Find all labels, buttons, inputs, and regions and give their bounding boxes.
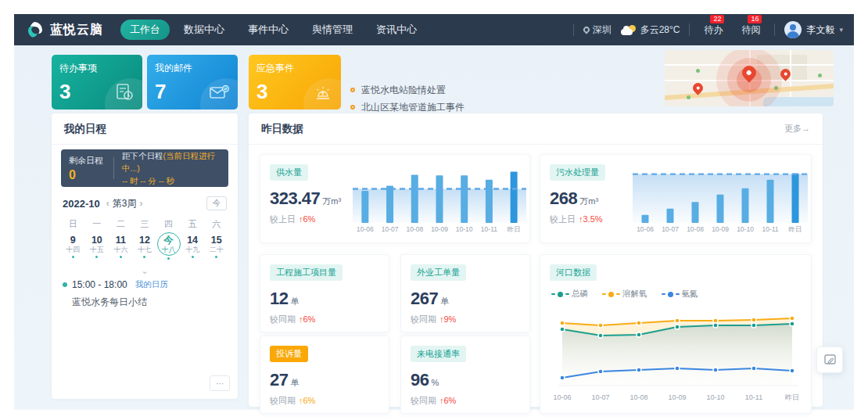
metric-badge: 工程施工项目量 bbox=[270, 264, 343, 281]
svg-text:10-07: 10-07 bbox=[662, 225, 679, 233]
calendar-day[interactable]: 9十四 bbox=[61, 232, 85, 260]
event-dot bbox=[192, 256, 194, 258]
change-value: ↑6% bbox=[299, 214, 315, 224]
calendar-day[interactable]: 15二十 bbox=[204, 232, 228, 260]
water-supply-bar-chart: 10-0610-0710-0810-0910-1010-11昨日 bbox=[353, 164, 526, 233]
emergency-summary-card[interactable]: 应急事件 3 bbox=[249, 55, 341, 109]
metric-unit: 单 bbox=[290, 296, 299, 306]
calendar-expand-icon[interactable]: ⌄ bbox=[52, 267, 238, 275]
top-navbar: 蓝悦云脑 工作台 数据中心 事件中心 舆情管理 资讯中心 深圳 多云28°C 2… bbox=[14, 14, 854, 45]
weekday-label: 一 bbox=[85, 218, 109, 230]
menu-item-data-center[interactable]: 数据中心 bbox=[174, 20, 234, 40]
svg-text:10-09: 10-09 bbox=[431, 225, 448, 233]
location-label: 深圳 bbox=[593, 23, 612, 37]
toread-nav-button[interactable]: 16 待阅 bbox=[737, 23, 765, 37]
event-dot bbox=[72, 256, 74, 258]
todo-nav-button[interactable]: 22 待办 bbox=[699, 23, 727, 37]
calendar-day[interactable]: 10十五 bbox=[85, 232, 109, 260]
weekday-label: 二 bbox=[109, 218, 133, 230]
today-button[interactable]: 今 bbox=[206, 196, 227, 210]
svg-text:10-07: 10-07 bbox=[591, 393, 609, 401]
event-title: 蓝悦水务每日小结 bbox=[72, 296, 168, 309]
legend-item[interactable]: 氨氮 bbox=[662, 289, 698, 300]
emergency-event-list: 蓝悦水电站险情处置 北山区某地管道施工事件 bbox=[350, 81, 464, 116]
card-title: 我的邮件 bbox=[155, 62, 230, 75]
legend-label: 溶解氧 bbox=[622, 289, 647, 300]
map-poi-dot bbox=[696, 69, 700, 73]
svg-text:10-11: 10-11 bbox=[762, 225, 778, 233]
metric-unit: % bbox=[431, 378, 439, 387]
divider bbox=[689, 23, 690, 36]
weekday-label: 四 bbox=[156, 218, 181, 230]
mini-map[interactable] bbox=[665, 50, 834, 106]
mail-summary-card[interactable]: 我的邮件 7 bbox=[147, 55, 238, 109]
construction-projects-card: 工程施工项目量 12单 较同期↑6% bbox=[260, 254, 389, 332]
legend-item[interactable]: 总磷 bbox=[551, 289, 588, 300]
field-work-orders-card: 外业工单量 267单 较同期↑9% bbox=[400, 254, 530, 332]
metric-value: 27 bbox=[270, 370, 288, 389]
svg-text:10-08: 10-08 bbox=[629, 393, 647, 401]
svg-text:昨日: 昨日 bbox=[785, 393, 799, 401]
calendar-day[interactable]: 14十九 bbox=[181, 232, 205, 260]
schedule-event[interactable]: 15:00 - 18:00 我的日历 蓝悦水务每日小结 bbox=[63, 279, 168, 309]
toread-count-badge: 16 bbox=[748, 15, 762, 23]
schedule-more-button[interactable]: ··· bbox=[210, 375, 230, 391]
schedule-panel-header: 我的日程 bbox=[52, 113, 238, 145]
user-menu[interactable]: 李文毅 ▾ bbox=[784, 21, 843, 38]
compare-label: 较同期 bbox=[411, 396, 436, 405]
event-dot bbox=[215, 256, 217, 258]
user-name: 李文毅 bbox=[806, 23, 834, 37]
metric-unit: 单 bbox=[290, 378, 299, 387]
compare-label: 较同期 bbox=[411, 314, 436, 324]
brand-logo-icon bbox=[25, 20, 44, 39]
menu-item-news-center[interactable]: 资讯中心 bbox=[367, 20, 426, 40]
document-edit-icon bbox=[823, 354, 837, 367]
metric-unit: 单 bbox=[440, 296, 449, 306]
calendar-day[interactable]: 11十六 bbox=[109, 232, 133, 260]
metric-badge: 供水量 bbox=[270, 164, 308, 181]
svg-text:10-10: 10-10 bbox=[456, 225, 473, 233]
svg-text:10-09: 10-09 bbox=[668, 393, 686, 401]
task-clock-icon bbox=[114, 82, 135, 102]
calendar-days-row: 9十四 10十五 11十六 12十七 今十八 14十九 15二十 bbox=[61, 232, 228, 260]
todo-label: 待办 bbox=[704, 24, 723, 35]
menu-item-workbench[interactable]: 工作台 bbox=[120, 20, 170, 40]
svg-text:10-10: 10-10 bbox=[737, 225, 754, 233]
emergency-event-item[interactable]: 蓝悦水电站险情处置 bbox=[350, 81, 464, 99]
calendar-day-today[interactable]: 今十八 bbox=[156, 232, 181, 260]
event-dot bbox=[95, 256, 98, 258]
estuary-data-card: 河口数据 总磷溶解氧氨氮 10-0610-0710-0810-0910-1010… bbox=[540, 254, 812, 414]
svg-text:10-06: 10-06 bbox=[357, 225, 374, 233]
sewage-bar-chart: 10-0610-0710-0810-0910-1010-11昨日 bbox=[633, 164, 808, 233]
divider bbox=[774, 23, 775, 36]
week-prev-icon[interactable]: ‹ bbox=[106, 198, 109, 209]
change-value: ↑6% bbox=[299, 396, 315, 405]
svg-text:10-06: 10-06 bbox=[553, 393, 571, 401]
week-next-icon[interactable]: › bbox=[139, 198, 142, 209]
menu-item-event-center[interactable]: 事件中心 bbox=[239, 20, 298, 40]
calendar-day[interactable]: 12十七 bbox=[133, 232, 157, 260]
legend-item[interactable]: 溶解氧 bbox=[602, 289, 647, 300]
event-dot bbox=[143, 256, 145, 258]
main-menu: 工作台 数据中心 事件中心 舆情管理 资讯中心 bbox=[120, 20, 426, 40]
event-text: 蓝悦水电站险情处置 bbox=[361, 84, 446, 97]
compare-label: 较同期 bbox=[270, 314, 296, 324]
weekday-label: 五 bbox=[181, 218, 205, 230]
more-link[interactable]: 更多→ bbox=[784, 123, 810, 135]
toread-label: 待阅 bbox=[741, 24, 760, 35]
weather-label: 多云28°C bbox=[640, 23, 680, 37]
todo-summary-card[interactable]: 待办事项 3 bbox=[52, 55, 142, 109]
metric-badge: 河口数据 bbox=[550, 264, 597, 281]
yesterday-panel-header: 昨日数据 更多→ bbox=[249, 113, 823, 145]
menu-item-opinion-mgmt[interactable]: 舆情管理 bbox=[303, 20, 362, 40]
weather: 多云28°C bbox=[621, 23, 680, 37]
metric-badge: 来电接通率 bbox=[411, 346, 466, 362]
sewage-treatment-card: 污水处理量 268万m³ 较上日↑3.5% 10-0610-0710-0810-… bbox=[540, 154, 812, 243]
svg-text:10-07: 10-07 bbox=[382, 225, 399, 233]
quick-note-fab[interactable] bbox=[816, 346, 843, 373]
weekday-label: 日 bbox=[61, 218, 85, 230]
navbar-right: 深圳 多云28°C 22 待办 16 待阅 李文毅 ▾ bbox=[573, 21, 843, 38]
metric-value: 267 bbox=[411, 289, 438, 308]
svg-text:10-11: 10-11 bbox=[745, 393, 762, 401]
avatar bbox=[784, 21, 802, 38]
